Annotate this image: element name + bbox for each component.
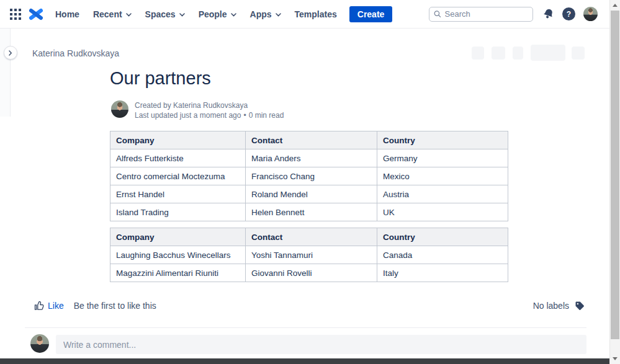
scrollbar-up-arrow-icon[interactable] <box>613 4 618 7</box>
table-cell: Helen Bennett <box>246 203 377 221</box>
chevron-right-icon <box>9 50 12 56</box>
column-header: Country <box>377 131 508 149</box>
collapsed-sidebar-rail <box>0 29 11 117</box>
top-navigation-bar: Home Recent Spaces People Apps Templates <box>0 0 609 29</box>
table-cell: Austria <box>377 185 508 203</box>
byline-text: Created by Katerina Rudkovskaya Last upd… <box>135 100 284 120</box>
add-label-button[interactable] <box>575 301 585 311</box>
table-header-row: Company Contact Country <box>110 131 508 149</box>
table-cell: Germany <box>377 149 508 167</box>
table-cell: Mexico <box>377 167 508 185</box>
comments-divider <box>25 327 586 328</box>
like-label: Like <box>48 301 64 311</box>
nav-item-people[interactable]: People <box>199 9 236 19</box>
comment-input[interactable] <box>63 340 586 350</box>
table-cell: Centro comercial Moctezuma <box>110 167 246 185</box>
column-header: Country <box>377 228 508 246</box>
table-row: Island Trading Helen Bennett UK <box>110 203 508 221</box>
table-row: Laughing Bacchus Winecellars Yoshi Tanna… <box>110 246 508 264</box>
byline: Created by Katerina Rudkovskaya Last upd… <box>111 100 284 120</box>
like-hint-text: Be the first to like this <box>74 301 156 311</box>
table-row: Ernst Handel Roland Mendel Austria <box>110 185 508 203</box>
app-switcher-icon[interactable] <box>10 9 21 20</box>
table-row: Centro comercial Moctezuma Francisco Cha… <box>110 167 508 185</box>
read-time-text: 0 min read <box>249 111 284 120</box>
confluence-logo-icon[interactable] <box>29 8 43 20</box>
table-cell: Alfreds Futterkiste <box>110 149 246 167</box>
primary-nav: Home Recent Spaces People Apps Templates <box>55 9 337 19</box>
nav-item-home[interactable]: Home <box>55 9 79 19</box>
last-updated-text: Last updated just a moment ago <box>135 111 241 120</box>
nav-item-apps[interactable]: Apps <box>250 9 281 19</box>
table-cell: Laughing Bacchus Winecellars <box>110 246 246 264</box>
nav-item-label: Spaces <box>145 9 176 19</box>
table-cell: Yoshi Tannamuri <box>246 246 377 264</box>
nav-item-label: Templates <box>295 9 337 19</box>
nav-item-label: Recent <box>93 9 122 19</box>
tag-icon <box>575 301 585 311</box>
chevron-down-icon <box>231 13 236 17</box>
page-title: Our partners <box>110 68 211 89</box>
nav-item-label: People <box>199 9 227 19</box>
search-box[interactable] <box>429 7 533 22</box>
search-input[interactable] <box>445 9 529 19</box>
scrollbar-down-arrow-icon[interactable] <box>613 357 618 360</box>
help-glyph: ? <box>567 10 571 19</box>
table-cell: Giovanni Rovelli <box>246 264 377 282</box>
table-cell: Roland Mendel <box>246 185 377 203</box>
table-cell: Francisco Chang <box>246 167 377 185</box>
table-row: Magazzini Alimentari Riuniti Giovanni Ro… <box>110 264 508 282</box>
comment-input-box[interactable] <box>56 335 586 354</box>
table-cell: Canada <box>377 246 508 264</box>
nav-item-label: Apps <box>250 9 272 19</box>
column-header: Company <box>110 228 246 246</box>
nav-item-label: Home <box>55 9 79 19</box>
chevron-down-icon <box>179 13 185 17</box>
chevron-down-icon <box>126 13 132 17</box>
chevron-down-icon <box>276 13 281 17</box>
labels-section: No labels <box>533 301 585 311</box>
skeleton-action-placeholder <box>472 47 484 60</box>
skeleton-action-placeholder <box>531 45 565 61</box>
table-header-row: Company Contact Country <box>110 228 508 246</box>
nav-item-templates[interactable]: Templates <box>295 9 337 19</box>
create-button[interactable]: Create <box>349 6 393 22</box>
table-cell: Ernst Handel <box>110 185 246 203</box>
nav-item-recent[interactable]: Recent <box>93 9 132 19</box>
nav-item-spaces[interactable]: Spaces <box>145 9 185 19</box>
breadcrumb[interactable]: Katerina Rudkovskaya <box>32 48 119 58</box>
table-row: Alfreds Futterkiste Maria Anders Germany <box>110 149 508 167</box>
author-avatar[interactable] <box>111 100 128 118</box>
commenter-avatar <box>30 334 49 353</box>
table-cell: Italy <box>377 264 508 282</box>
help-icon[interactable]: ? <box>562 7 575 20</box>
updated-line: Last updated just a moment ago•0 min rea… <box>135 110 284 120</box>
thumbs-up-icon <box>34 301 45 311</box>
created-by-line: Created by Katerina Rudkovskaya <box>135 100 284 110</box>
like-button[interactable]: Like <box>34 301 64 311</box>
partners-table-2: Company Contact Country Laughing Bacchus… <box>110 228 508 282</box>
confluence-page: Home Recent Spaces People Apps Templates <box>0 0 620 364</box>
table-cell: Island Trading <box>110 203 246 221</box>
expand-sidebar-button[interactable] <box>4 46 17 60</box>
bottom-window-edge <box>0 358 610 364</box>
skeleton-action-placeholder <box>513 47 523 60</box>
notifications-bell-icon[interactable] <box>542 8 554 20</box>
no-labels-text[interactable]: No labels <box>533 301 569 311</box>
table-cell: UK <box>377 203 508 221</box>
table-cell: Magazzini Alimentari Riuniti <box>110 264 246 282</box>
partners-table-1: Company Contact Country Alfreds Futterki… <box>110 131 508 221</box>
scrollbar-thumb[interactable] <box>611 11 619 339</box>
skeleton-action-placeholder <box>572 47 585 60</box>
column-header: Contact <box>246 131 377 149</box>
reactions-bar: Like Be the first to like this <box>34 301 156 311</box>
meta-separator: • <box>243 111 246 120</box>
column-header: Contact <box>246 228 377 246</box>
column-header: Company <box>110 131 246 149</box>
vertical-scrollbar[interactable] <box>609 0 620 364</box>
page-content: Company Contact Country Alfreds Futterki… <box>110 131 508 282</box>
search-icon <box>434 10 441 18</box>
skeleton-action-placeholder <box>492 47 505 60</box>
table-cell: Maria Anders <box>246 149 377 167</box>
profile-avatar[interactable] <box>583 7 598 21</box>
